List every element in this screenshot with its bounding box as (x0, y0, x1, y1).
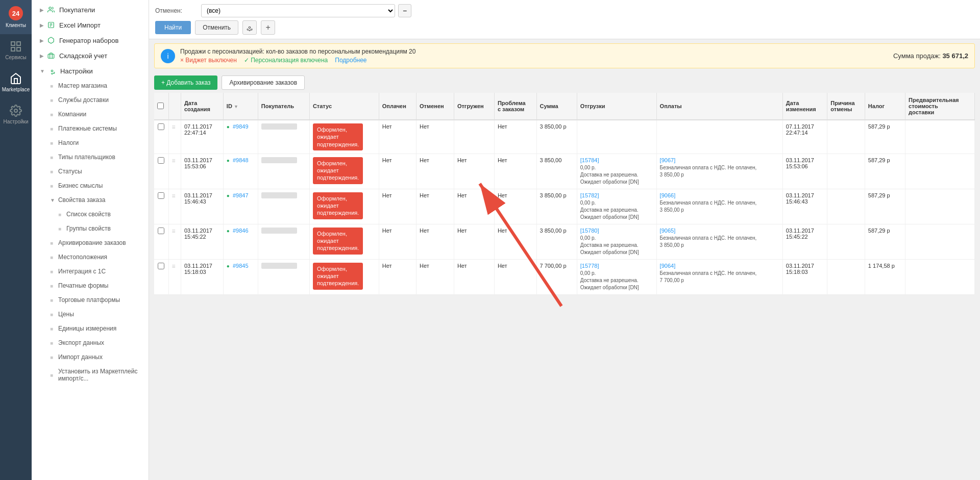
more-link[interactable]: Подробнее (335, 57, 366, 64)
col-id[interactable]: ID ▼ (223, 93, 258, 120)
nav-item-integration-1c[interactable]: ■ Интеграция с 1С (32, 264, 149, 279)
select-all-checkbox[interactable] (157, 103, 164, 109)
remove-filter-button[interactable]: − (398, 4, 411, 17)
shipment-link[interactable]: [15778] (580, 263, 599, 269)
nav-item-units[interactable]: ■ Единицы измерения (32, 321, 149, 336)
row-checkbox[interactable] (158, 123, 164, 130)
nav-item-generator[interactable]: ▶ Генератор наборов (32, 33, 149, 48)
nav-arrow-dot: ■ (50, 183, 53, 189)
drag-handle[interactable]: ≡ (172, 228, 176, 235)
row-checkbox[interactable] (158, 192, 164, 199)
row-shipments: [15778] 0,00 р.Доставка не разрешена.Ожи… (577, 259, 656, 294)
row-tax: 1 174,58 р (865, 259, 905, 294)
payment-link[interactable]: [9065] (660, 228, 676, 234)
drag-handle[interactable]: ≡ (172, 263, 176, 270)
col-shipments: Отгрузки (577, 93, 656, 120)
nav-item-buyers[interactable]: ▶ Покупатели (32, 2, 149, 17)
find-button[interactable]: Найти (155, 21, 191, 34)
nav-item-prop-list[interactable]: ■ Список свойств (32, 207, 149, 221)
nav-item-statuses[interactable]: ■ Статусы (32, 164, 149, 179)
col-tax: Налог (865, 93, 905, 120)
nav-marketplace-import-label: Установить из Маркетплейс импорт/с... (58, 368, 143, 382)
nav-item-taxes[interactable]: ■ Налоги (32, 136, 149, 150)
row-customer (258, 224, 309, 259)
nav-item-import[interactable]: ■ Импорт данных (32, 350, 149, 364)
order-id-link[interactable]: #9845 (233, 263, 249, 269)
row-shipments (577, 120, 656, 154)
nav-item-locations[interactable]: ■ Местоположения (32, 250, 149, 264)
nav-item-print-forms[interactable]: ■ Печатные формы (32, 279, 149, 293)
nav-item-excel[interactable]: ▶ Excel Импорт (32, 17, 149, 33)
shipment-link[interactable]: [15784] (580, 157, 599, 163)
row-checkbox-cell (154, 189, 168, 224)
row-delivery-cost (905, 259, 975, 294)
order-id-link[interactable]: #9849 (233, 123, 249, 130)
payment-link[interactable]: [9067] (660, 157, 676, 163)
nav-item-archive[interactable]: ■ Архивирование заказов (32, 236, 149, 250)
nav-item-prop-groups[interactable]: ■ Группы свойств (32, 221, 149, 236)
status-badge: Оформлен,ожидаетподтверждения. (313, 192, 363, 219)
col-payments: Оплаты (656, 93, 782, 120)
shipment-link[interactable]: [15782] (580, 192, 599, 198)
customer-blur (261, 192, 297, 198)
sidebar-item-services[interactable]: Сервисы (0, 34, 32, 66)
main-content: Отменен: (все) − Найти Отменить + i Прод… (149, 0, 980, 480)
payment-info: Безналичная оплата с НДС. Не оплачен,7 7… (660, 270, 779, 284)
nav-item-order-props[interactable]: ▼ Свойства заказа (32, 193, 149, 207)
shipment-info: 0,00 р.Доставка не разрешена.Ожидает обр… (580, 270, 653, 291)
nav-item-biz-sense[interactable]: ■ Бизнес смыслы (32, 179, 149, 193)
row-checkbox[interactable] (158, 157, 164, 164)
add-order-button[interactable]: + Добавить заказ (154, 75, 217, 90)
col-problem: Проблемас заказом (494, 93, 536, 120)
generator-icon (47, 36, 55, 44)
sidebar-item-clients[interactable]: 24 Клиенты (0, 0, 32, 34)
nav-item-warehouse[interactable]: ▶ Складской учет (32, 48, 149, 63)
drag-handle[interactable]: ≡ (172, 157, 176, 164)
order-id-link[interactable]: #9847 (233, 192, 249, 198)
row-paid: Нет (379, 224, 416, 259)
nav-item-settings-main[interactable]: ▼ Настройки (32, 63, 149, 79)
sidebar-item-marketplace[interactable]: Marketplace (0, 66, 32, 98)
row-sum: 7 700,00 р (536, 259, 577, 294)
sidebar-item-settings[interactable]: Настройки (0, 98, 32, 131)
nav-item-platforms[interactable]: ■ Торговые платформы (32, 293, 149, 307)
drag-handle[interactable]: ≡ (172, 123, 176, 131)
nav-item-master[interactable]: ■ Мастер магазина (32, 79, 149, 93)
row-status: Оформлен,ожидаетподтверждения. (309, 120, 379, 154)
order-id-link[interactable]: #9848 (233, 157, 249, 163)
nav-item-marketplace-import[interactable]: ■ Установить из Маркетплейс импорт/с... (32, 364, 149, 386)
gear-button[interactable] (242, 20, 257, 35)
nav-item-company[interactable]: ■ Компании (32, 107, 149, 121)
add-filter-button[interactable]: + (261, 20, 275, 35)
archive-orders-button[interactable]: Архивирование заказов (222, 75, 305, 90)
row-shipped: Нет (454, 154, 494, 189)
cancel-filter-button[interactable]: Отменить (195, 20, 238, 35)
nav-item-prices[interactable]: ■ Цены (32, 307, 149, 321)
payment-link[interactable]: [9064] (660, 263, 676, 269)
row-checkbox[interactable] (158, 228, 164, 234)
row-drag-cell: ≡ (168, 120, 181, 154)
row-shipped (454, 120, 494, 154)
svg-rect-3 (17, 47, 20, 51)
nav-arrow-dot: ■ (50, 340, 53, 346)
order-id-link[interactable]: #9846 (233, 228, 249, 234)
nav-item-delivery[interactable]: ■ Службы доставки (32, 93, 149, 107)
row-date-created: 03.11.201715:46:43 (181, 189, 223, 224)
drag-handle[interactable]: ≡ (172, 192, 176, 199)
row-customer (258, 120, 309, 154)
table-body: ≡ 07.11.201722:47:14 ● #9849 Оформлен,ож… (154, 120, 975, 294)
row-cancelled: Нет (416, 120, 454, 154)
shipment-link[interactable]: [15780] (580, 228, 599, 234)
customer-blur (261, 123, 297, 130)
order-status-dot: ● (227, 228, 230, 234)
nav-arrow-dot: ■ (50, 140, 53, 146)
nav-item-payments[interactable]: ■ Платежные системы (32, 121, 149, 136)
payment-link[interactable]: [9066] (660, 192, 676, 198)
nav-integration-label: Интеграция с 1С (58, 268, 106, 275)
row-checkbox[interactable] (158, 263, 164, 269)
nav-arrow-dot: ■ (50, 283, 53, 289)
nav-arrow-dot: ■ (50, 297, 53, 303)
nav-item-export[interactable]: ■ Экспорт данных (32, 336, 149, 350)
cancelled-select[interactable]: (все) (201, 4, 395, 17)
nav-item-payer-types[interactable]: ■ Типы плательщиков (32, 150, 149, 164)
